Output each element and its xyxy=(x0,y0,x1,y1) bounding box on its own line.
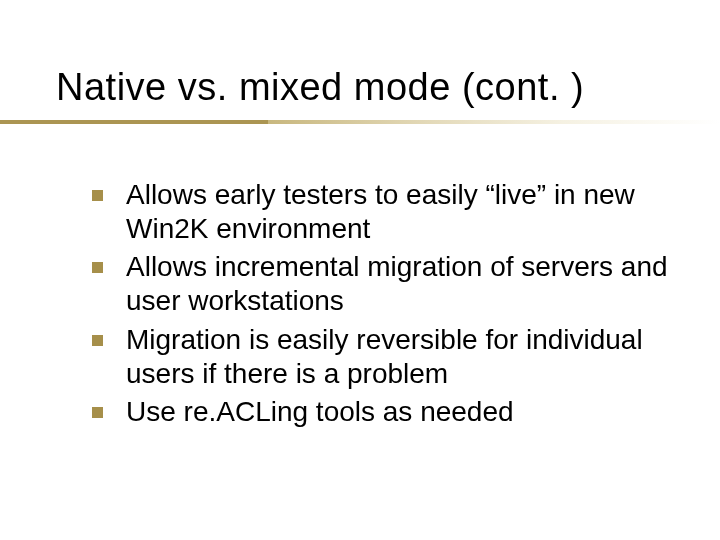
list-item: Allows early testers to easily “live” in… xyxy=(90,178,682,246)
slide-title: Native vs. mixed mode (cont. ) xyxy=(56,66,680,109)
bullet-text: Migration is easily reversible for indiv… xyxy=(126,324,643,389)
underline-fade xyxy=(268,120,720,124)
bullet-text: Use re.ACLing tools as needed xyxy=(126,396,514,427)
underline-solid xyxy=(0,120,268,124)
list-item: Use re.ACLing tools as needed xyxy=(90,395,682,429)
list-item: Migration is easily reversible for indiv… xyxy=(90,323,682,391)
body-block: Allows early testers to easily “live” in… xyxy=(90,178,682,433)
bullet-list: Allows early testers to easily “live” in… xyxy=(90,178,682,429)
title-underline xyxy=(0,120,720,124)
title-block: Native vs. mixed mode (cont. ) xyxy=(56,66,680,115)
bullet-text: Allows incremental migration of servers … xyxy=(126,251,668,316)
slide: Native vs. mixed mode (cont. ) Allows ea… xyxy=(0,0,720,540)
list-item: Allows incremental migration of servers … xyxy=(90,250,682,318)
bullet-text: Allows early testers to easily “live” in… xyxy=(126,179,635,244)
